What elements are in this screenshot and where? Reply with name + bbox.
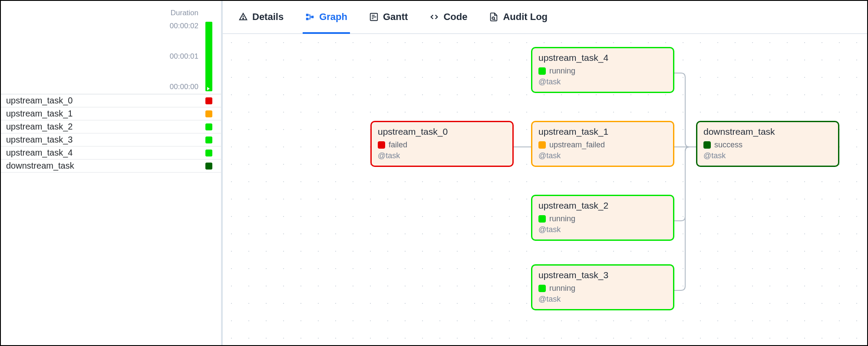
task-status-square <box>205 123 212 130</box>
status-square <box>538 141 546 149</box>
node-decorator: @task <box>538 77 667 86</box>
node-status: running <box>538 284 667 293</box>
task-row-label: upstream_task_3 <box>6 135 73 145</box>
edge-upstream_task_2-to-downstream_task <box>674 147 696 221</box>
node-title: upstream_task_2 <box>538 200 667 211</box>
duration-tick: 00:00:00 <box>170 83 198 91</box>
tab-label: Graph <box>319 11 347 23</box>
tab-label: Code <box>443 11 467 23</box>
graph-node-upstream_task_1[interactable]: upstream_task_1upstream_failed@task <box>531 121 674 167</box>
duration-label: Duration <box>171 9 198 17</box>
code-icon <box>429 12 439 22</box>
task-row-upstream_task_1[interactable]: upstream_task_1 <box>1 107 221 120</box>
status-square <box>378 141 385 149</box>
task-status-square <box>205 163 212 170</box>
node-title: downstream_task <box>703 126 832 137</box>
task-row-upstream_task_0[interactable]: upstream_task_0 <box>1 94 221 107</box>
status-square <box>703 141 711 149</box>
svg-rect-2 <box>306 14 309 17</box>
graph-node-upstream_task_3[interactable]: upstream_task_3running@task <box>531 264 674 310</box>
tab-bar: DetailsGraphGanttCodeAudit Log <box>223 1 867 34</box>
node-decorator: @task <box>378 151 506 160</box>
task-row-label: upstream_task_1 <box>6 109 73 119</box>
task-row-label: upstream_task_4 <box>6 148 73 158</box>
svg-line-10 <box>495 19 495 20</box>
svg-point-1 <box>243 18 244 19</box>
graph-node-upstream_task_4[interactable]: upstream_task_4running@task <box>531 47 674 93</box>
tab-gantt[interactable]: Gantt <box>366 6 410 34</box>
tab-label: Gantt <box>383 11 408 23</box>
sidebar: Duration 00:00:02 00:00:01 00:00:00 upst… <box>1 1 223 345</box>
node-status: upstream_failed <box>538 140 667 150</box>
details-icon <box>238 12 248 22</box>
task-row-upstream_task_2[interactable]: upstream_task_2 <box>1 120 221 133</box>
node-status: failed <box>378 140 506 150</box>
node-title: upstream_task_0 <box>378 126 506 137</box>
status-square <box>538 215 546 223</box>
task-status-square <box>205 110 212 117</box>
node-decorator: @task <box>538 225 667 234</box>
task-status-square <box>205 136 212 143</box>
duration-tick: 00:00:01 <box>170 52 198 61</box>
task-row-label: upstream_task_2 <box>6 122 73 132</box>
task-list: upstream_task_0upstream_task_1upstream_t… <box>1 94 221 173</box>
status-square <box>538 67 546 75</box>
tab-code[interactable]: Code <box>427 6 470 34</box>
task-status-square <box>205 150 212 156</box>
tab-details[interactable]: Details <box>236 6 286 34</box>
edge-upstream_task_3-to-downstream_task <box>674 147 696 290</box>
task-row-label: downstream_task <box>6 161 74 171</box>
gantt-icon <box>369 12 379 22</box>
graph-node-downstream_task[interactable]: downstream_tasksuccess@task <box>696 121 839 167</box>
node-title: upstream_task_4 <box>538 53 667 63</box>
node-decorator: @task <box>538 295 667 304</box>
task-row-upstream_task_3[interactable]: upstream_task_3 <box>1 133 221 146</box>
task-status-square <box>205 97 212 104</box>
node-status: running <box>538 214 667 223</box>
task-row-upstream_task_4[interactable]: upstream_task_4 <box>1 146 221 160</box>
audit-icon <box>489 12 498 22</box>
tab-label: Audit Log <box>503 11 548 23</box>
node-decorator: @task <box>538 151 667 160</box>
duration-bar[interactable] <box>205 22 212 91</box>
graph-node-upstream_task_2[interactable]: upstream_task_2running@task <box>531 195 674 241</box>
tab-audit[interactable]: Audit Log <box>486 6 550 34</box>
node-decorator: @task <box>703 151 832 160</box>
edge-upstream_task_4-to-downstream_task <box>674 73 696 147</box>
graph-icon <box>305 12 315 22</box>
status-square <box>538 285 546 292</box>
node-title: upstream_task_3 <box>538 270 667 280</box>
svg-rect-3 <box>306 18 309 20</box>
node-status: running <box>538 67 667 76</box>
duration-tick: 00:00:02 <box>170 22 198 30</box>
duration-bar-chart: Duration 00:00:02 00:00:01 00:00:00 <box>1 1 221 94</box>
node-title: upstream_task_1 <box>538 126 667 137</box>
task-row-label: upstream_task_0 <box>6 96 73 106</box>
task-row-downstream_task[interactable]: downstream_task <box>1 160 221 173</box>
graph-canvas[interactable]: upstream_task_0failed@taskupstream_task_… <box>223 34 867 345</box>
tab-graph[interactable]: Graph <box>303 6 350 34</box>
svg-point-9 <box>492 17 495 20</box>
graph-node-upstream_task_0[interactable]: upstream_task_0failed@task <box>370 121 514 167</box>
node-status: success <box>703 140 832 150</box>
tab-label: Details <box>252 11 284 23</box>
svg-rect-4 <box>311 16 314 18</box>
